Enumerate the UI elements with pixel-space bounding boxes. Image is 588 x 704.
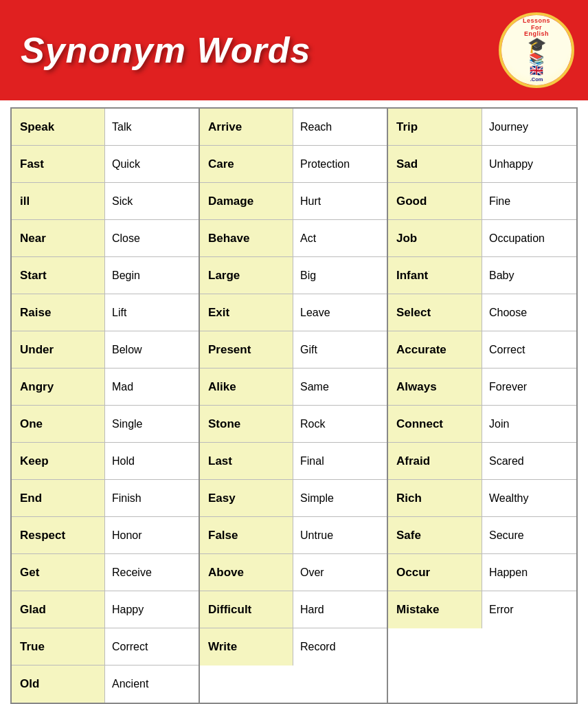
word-cell: Stone [200,406,293,442]
word-cell: Trip [388,109,482,145]
table-row: OccurHappen [388,554,576,591]
table-row: AlikeSame [200,368,387,406]
logo-hat-icon: 🎓 [528,38,546,53]
synonym-cell: Correct [105,628,199,665]
synonym-cell: Journey [482,109,576,145]
synonym-cell: Happen [482,554,576,591]
synonym-cell: Hold [105,443,199,479]
table-row: TripJourney [388,109,576,146]
word-cell: ill [12,183,105,219]
table-row: TrueCorrect [12,628,199,666]
word-cell: Above [200,554,293,591]
synonym-cell: Protection [293,146,387,182]
word-cell: Select [388,294,482,331]
synonym-cell: Join [482,406,576,442]
table-row: ArriveReach [200,109,387,146]
synonym-cell: Occupation [482,220,576,256]
word-cell: Occur [388,554,482,591]
main-content: SpeakTalkFastQuickillSickNearCloseStartB… [0,100,588,704]
synonym-cell: Unhappy [482,146,576,182]
table-row: AlwaysForever [388,368,576,406]
word-cell: Respect [12,517,105,553]
word-cell: Large [200,257,293,294]
table-row: UnderBelow [12,331,199,368]
synonym-cell: Wealthy [482,480,576,516]
synonym-grid: SpeakTalkFastQuickillSickNearCloseStartB… [10,107,578,704]
table-row: SpeakTalk [12,109,199,146]
table-row: ConnectJoin [388,406,576,443]
table-row: DamageHurt [200,183,387,220]
table-row: ExitLeave [200,294,387,331]
table-row: WriteRecord [200,628,387,666]
word-cell: Keep [12,443,105,479]
word-cell: Last [200,443,293,479]
synonym-cell: Record [293,628,387,666]
synonym-cell: Over [293,554,387,591]
word-cell: Job [388,220,482,256]
synonym-cell: Ancient [105,666,199,703]
synonym-cell: Receive [105,554,199,591]
synonym-cell: Mad [105,368,199,405]
logo-text-bottom: .Com [530,76,543,82]
word-cell: End [12,480,105,516]
word-cell: Arrive [200,109,293,145]
synonym-cell: Secure [482,517,576,553]
logo-flag-icon: 🇬🇧 [530,65,543,76]
synonym-cell: Same [293,368,387,405]
synonym-cell: Error [482,591,576,628]
table-row: AfraidScared [388,443,576,480]
word-cell: Care [200,146,293,182]
table-row: RaiseLift [12,294,199,331]
table-row: PresentGift [200,331,387,368]
page-title: Synonym Words [21,30,310,71]
synonym-cell: Choose [482,294,576,331]
table-row: MistakeError [388,591,576,628]
logo-books-icon: 📚 [529,53,544,65]
synonym-cell: Baby [482,257,576,294]
synonym-cell: Hard [293,591,387,628]
word-cell: Speak [12,109,105,145]
synonym-cell: Forever [482,368,576,405]
word-cell: Raise [12,294,105,331]
table-row: SafeSecure [388,517,576,554]
table-row: DifficultHard [200,591,387,628]
word-cell: Always [388,368,482,405]
table-row: StartBegin [12,257,199,294]
word-cell: Sad [388,146,482,182]
word-cell: Afraid [388,443,482,479]
word-cell: Easy [200,480,293,516]
synonym-cell: Quick [105,146,199,182]
word-cell: Mistake [388,591,482,628]
table-row: SelectChoose [388,294,576,331]
synonym-cell: Untrue [293,517,387,553]
word-cell: Behave [200,220,293,256]
word-cell: One [12,406,105,442]
word-cell: Damage [200,183,293,219]
word-cell: Under [12,331,105,368]
synonym-cell: Leave [293,294,387,331]
synonym-cell: Fine [482,183,576,219]
word-cell: Accurate [388,331,482,368]
word-cell: Rich [388,480,482,516]
table-row: OneSingle [12,406,199,443]
synonym-cell: Begin [105,257,199,294]
table-row: NearClose [12,220,199,257]
synonym-cell: Honor [105,517,199,553]
synonym-cell: Scared [482,443,576,479]
logo-text-top: LessonsForEnglish [523,18,550,38]
table-row: EasySimple [200,480,387,517]
table-row: OldAncient [12,666,199,703]
word-cell: Old [12,666,105,703]
column-3: TripJourneySadUnhappyGoodFineJobOccupati… [388,109,576,703]
synonym-cell: Rock [293,406,387,442]
table-row: GetReceive [12,554,199,591]
table-row: CareProtection [200,146,387,183]
synonym-cell: Sick [105,183,199,219]
synonym-cell: Close [105,220,199,256]
table-row: LargeBig [200,257,387,294]
table-row: JobOccupation [388,220,576,257]
table-row: GoodFine [388,183,576,220]
table-row: RichWealthy [388,480,576,517]
word-cell: Connect [388,406,482,442]
word-cell: True [12,628,105,665]
